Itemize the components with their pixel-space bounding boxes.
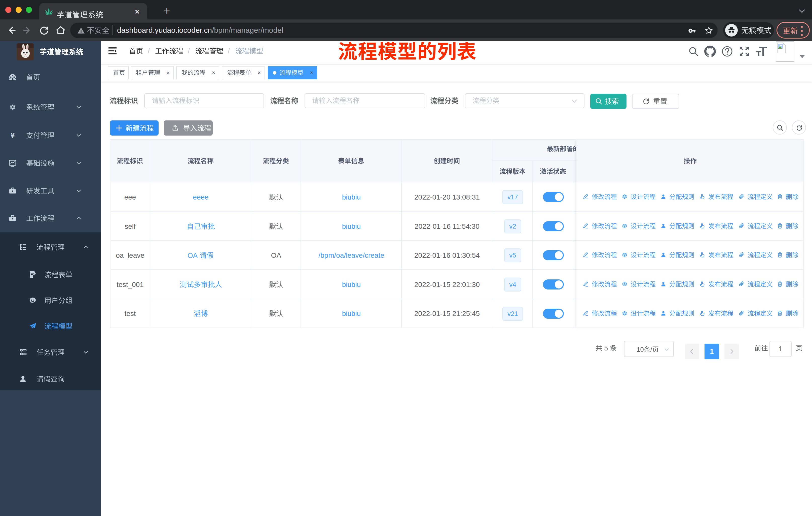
svg-text:¥: ¥ [10, 132, 15, 139]
